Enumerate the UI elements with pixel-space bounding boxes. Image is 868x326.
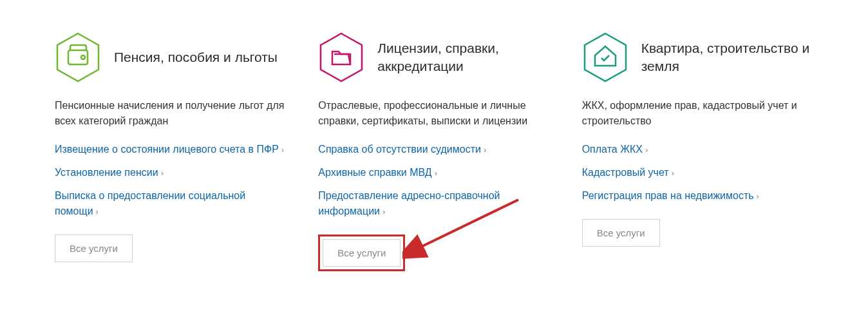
link-text: Предоставление адресно-справочной информ… <box>318 190 500 216</box>
chevron-right-icon: › <box>281 145 284 155</box>
link-text: Архивные справки МВД <box>318 167 431 178</box>
folder-icon <box>318 32 364 82</box>
link-text: Регистрация прав на недвижимость <box>582 190 754 201</box>
service-link[interactable]: Предоставление адресно-справочной информ… <box>318 188 549 219</box>
service-link[interactable]: Установление пенсии› <box>55 165 286 180</box>
chevron-right-icon: › <box>645 145 648 155</box>
chevron-right-icon: › <box>435 168 437 178</box>
highlight-annotation: Все услуги <box>318 235 405 271</box>
card-description: Отраслевые, профессиональные и личные сп… <box>318 98 549 129</box>
service-card-pension: Пенсия, пособия и льготы Пенсионные начи… <box>55 32 286 271</box>
card-title: Квартира, строительство и земля <box>641 39 813 76</box>
chevron-right-icon: › <box>382 207 385 216</box>
service-cards-container: Пенсия, пособия и льготы Пенсионные начи… <box>55 32 813 271</box>
chevron-right-icon: › <box>96 207 99 216</box>
service-link[interactable]: Кадастровый учет› <box>582 165 813 180</box>
link-text: Извещение о состоянии лицевого счета в П… <box>55 144 279 155</box>
card-header: Лицензии, справки, аккредитации <box>318 32 549 82</box>
chevron-right-icon: › <box>161 168 164 178</box>
chevron-right-icon: › <box>757 191 759 201</box>
house-icon <box>582 32 628 82</box>
link-text: Оплата ЖКХ <box>582 144 643 155</box>
card-title: Пенсия, пособия и льготы <box>114 48 278 66</box>
card-header: Квартира, строительство и земля <box>582 32 813 82</box>
chevron-right-icon: › <box>672 168 674 178</box>
svg-point-1 <box>81 55 85 59</box>
service-link[interactable]: Выписка о предоставлении социальной помо… <box>55 188 286 219</box>
link-text: Справка об отсутствии судимости <box>318 144 481 155</box>
service-link[interactable]: Извещение о состоянии лицевого счета в П… <box>55 142 286 157</box>
card-title: Лицензии, справки, аккредитации <box>377 39 549 76</box>
all-services-button[interactable]: Все услуги <box>582 219 660 247</box>
chevron-right-icon: › <box>484 145 486 155</box>
link-text: Кадастровый учет <box>582 167 669 178</box>
link-text: Выписка о предоставлении социальной помо… <box>55 190 245 216</box>
card-links: Извещение о состоянии лицевого счета в П… <box>55 142 286 219</box>
service-link[interactable]: Оплата ЖКХ› <box>582 142 813 157</box>
service-card-licenses: Лицензии, справки, аккредитации Отраслев… <box>318 32 549 271</box>
card-description: ЖКХ, оформление прав, кадастровый учет и… <box>582 98 813 129</box>
card-description: Пенсионные начисления и получение льгот … <box>55 98 286 129</box>
card-links: Оплата ЖКХ› Кадастровый учет› Регистраци… <box>582 142 813 204</box>
service-card-housing: Квартира, строительство и земля ЖКХ, офо… <box>582 32 813 271</box>
card-links: Справка об отсутствии судимости› Архивны… <box>318 142 549 219</box>
all-services-button[interactable]: Все услуги <box>323 239 401 267</box>
service-link[interactable]: Справка об отсутствии судимости› <box>318 142 549 157</box>
all-services-button[interactable]: Все услуги <box>55 235 133 262</box>
card-header: Пенсия, пособия и льготы <box>55 32 286 82</box>
wallet-icon <box>55 32 101 82</box>
link-text: Установление пенсии <box>55 167 158 178</box>
service-link[interactable]: Архивные справки МВД› <box>318 165 549 180</box>
service-link[interactable]: Регистрация прав на недвижимость› <box>582 188 813 204</box>
